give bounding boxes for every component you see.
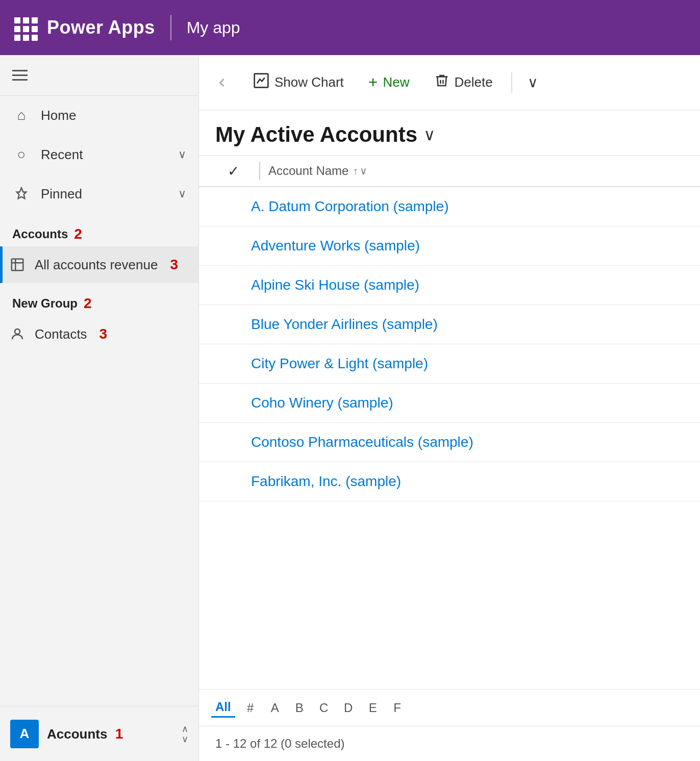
account-list: A. Datum Corporation (sample) Adventure … <box>199 187 700 689</box>
checkmark-icon: ✓ <box>228 163 239 180</box>
table-row[interactable]: Fabrikam, Inc. (sample) <box>199 462 700 501</box>
recent-chevron-icon: ∨ <box>178 148 186 161</box>
app-name: My app <box>187 18 240 37</box>
command-divider <box>511 72 512 93</box>
svg-point-3 <box>15 329 20 334</box>
account-name: Adventure Works (sample) <box>251 238 420 254</box>
alpha-a[interactable]: A <box>266 699 284 717</box>
new-label: New <box>383 74 410 90</box>
account-name: A. Datum Corporation (sample) <box>251 198 448 215</box>
sidebar-item-contacts[interactable]: Contacts 3 <box>0 316 198 352</box>
accounts-revenue-icon <box>8 256 27 274</box>
delete-icon <box>434 73 449 92</box>
sort-desc-icon: ∨ <box>360 165 367 177</box>
svg-rect-0 <box>12 259 23 271</box>
alpha-hash[interactable]: # <box>241 699 260 717</box>
more-commands-button[interactable]: ∨ <box>520 70 546 95</box>
command-bar: Show Chart + New Delete ∨ <box>199 55 700 110</box>
pinned-chevron-icon: ∨ <box>178 187 186 200</box>
accounts-group-badge: 2 <box>74 226 82 242</box>
account-name: Blue Yonder Airlines (sample) <box>251 316 438 333</box>
footer-chevron-icon: ∧ ∨ <box>182 724 188 744</box>
sidebar-nav: ⌂ Home ○ Recent ∨ Pinned ∨ Accounts <box>0 96 198 706</box>
sidebar-item-home[interactable]: ⌂ Home <box>0 96 198 135</box>
main-layout: ⌂ Home ○ Recent ∨ Pinned ∨ Accounts <box>0 55 700 761</box>
page-title: My Active Accounts <box>215 122 417 147</box>
page-title-chevron-icon[interactable]: ∨ <box>423 125 435 144</box>
sidebar-footer[interactable]: A Accounts 1 ∧ ∨ <box>0 706 198 761</box>
contacts-badge: 3 <box>99 326 108 342</box>
sidebar-item-all-accounts-revenue[interactable]: All accounts revenue 3 <box>0 246 198 283</box>
account-name: Contoso Pharmaceuticals (sample) <box>251 434 473 450</box>
sort-asc-icon: ↑ <box>353 165 358 177</box>
header-divider <box>170 15 171 40</box>
account-name: City Power & Light (sample) <box>251 356 428 372</box>
chart-icon <box>253 72 269 92</box>
alpha-c[interactable]: C <box>315 699 333 717</box>
account-name: Fabrikam, Inc. (sample) <box>251 473 401 490</box>
sort-icons: ↑ ∨ <box>353 165 367 177</box>
delete-label: Delete <box>455 74 493 90</box>
sidebar-item-pinned[interactable]: Pinned ∨ <box>0 174 198 214</box>
all-accounts-revenue-label: All accounts revenue <box>35 257 158 273</box>
delete-button[interactable]: Delete <box>424 67 503 98</box>
column-divider <box>259 162 260 180</box>
status-text: 1 - 12 of 12 (0 selected) <box>215 737 344 750</box>
contacts-icon <box>8 325 27 343</box>
hamburger-menu[interactable] <box>12 70 28 81</box>
accounts-group-label: Accounts 2 <box>0 214 198 246</box>
sidebar-item-pinned-label: Pinned <box>41 186 82 202</box>
back-button[interactable] <box>209 70 235 95</box>
show-chart-button[interactable]: Show Chart <box>243 66 354 98</box>
account-name: Alpine Ski House (sample) <box>251 277 419 293</box>
new-group-badge: 2 <box>84 295 92 312</box>
new-button[interactable]: + New <box>358 67 420 98</box>
status-bar: 1 - 12 of 12 (0 selected) <box>199 726 700 761</box>
alpha-e[interactable]: E <box>364 699 382 717</box>
content-area: Show Chart + New Delete ∨ <box>199 55 700 761</box>
table-row[interactable]: Alpine Ski House (sample) <box>199 266 700 305</box>
waffle-icon[interactable] <box>12 15 37 40</box>
alpha-f[interactable]: F <box>388 699 407 717</box>
table-row[interactable]: Adventure Works (sample) <box>199 226 700 266</box>
table-header: ✓ Account Name ↑ ∨ <box>199 155 700 187</box>
new-group-label: New Group 2 <box>0 283 198 316</box>
table-row[interactable]: Coho Winery (sample) <box>199 384 700 423</box>
table-row[interactable]: A. Datum Corporation (sample) <box>199 187 700 226</box>
table-row[interactable]: City Power & Light (sample) <box>199 344 700 384</box>
home-icon: ⌂ <box>12 106 31 124</box>
plus-icon: + <box>368 73 378 92</box>
avatar: A <box>10 720 39 748</box>
sidebar-item-recent[interactable]: ○ Recent ∨ <box>0 135 198 174</box>
account-name: Coho Winery (sample) <box>251 395 393 411</box>
show-chart-label: Show Chart <box>274 74 344 90</box>
pin-icon <box>12 185 31 203</box>
sidebar: ⌂ Home ○ Recent ∨ Pinned ∨ Accounts <box>0 55 199 761</box>
sidebar-toolbar <box>0 55 198 96</box>
footer-label: Accounts 1 <box>47 726 173 742</box>
alpha-navigation: All # A B C D E F <box>199 689 700 726</box>
select-all-checkbox[interactable]: ✓ <box>215 163 251 180</box>
recent-icon: ○ <box>12 145 31 164</box>
account-name-column-header[interactable]: Account Name ↑ ∨ <box>268 164 367 178</box>
all-accounts-revenue-badge: 3 <box>170 257 178 273</box>
alpha-all[interactable]: All <box>211 698 235 718</box>
top-header: Power Apps My app <box>0 0 700 55</box>
sidebar-item-recent-label: Recent <box>41 147 83 163</box>
active-bar <box>0 246 3 283</box>
app-title: Power Apps <box>47 17 155 38</box>
table-row[interactable]: Blue Yonder Airlines (sample) <box>199 305 700 344</box>
contacts-label: Contacts <box>35 326 87 342</box>
table-row[interactable]: Contoso Pharmaceuticals (sample) <box>199 423 700 462</box>
sidebar-item-home-label: Home <box>41 108 76 123</box>
alpha-b[interactable]: B <box>290 699 309 717</box>
footer-badge: 1 <box>115 726 123 742</box>
page-title-bar: My Active Accounts ∨ <box>199 110 700 155</box>
alpha-d[interactable]: D <box>339 699 358 717</box>
